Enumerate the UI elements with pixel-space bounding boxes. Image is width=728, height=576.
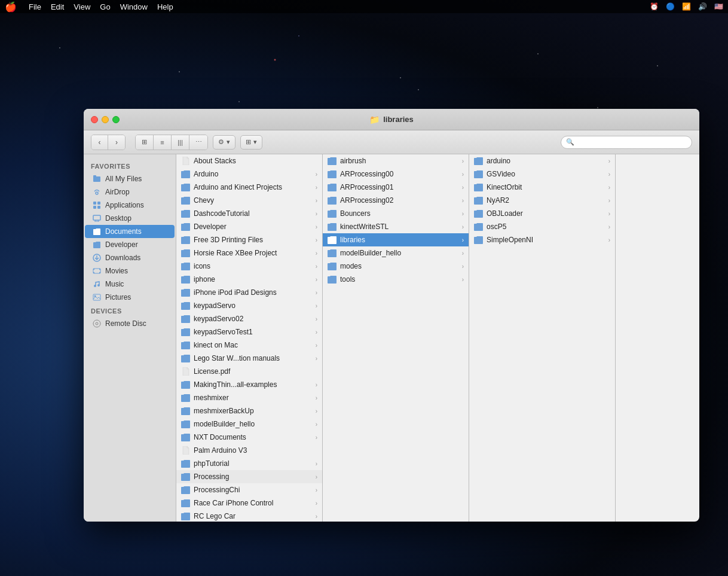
list-item[interactable]: RC Lego Car› [176, 510, 322, 522]
list-item[interactable]: OBJLoader› [469, 207, 615, 220]
list-item[interactable]: Lego Star W...tion manuals› [176, 352, 322, 365]
list-view-button[interactable]: ≡ [154, 135, 172, 150]
folder-icon [181, 340, 191, 350]
sidebar-item-airdrop[interactable]: AirDrop [85, 185, 175, 199]
list-item[interactable]: iPhone iPod iPad Designs› [176, 286, 322, 299]
list-item[interactable]: kinectWriteSTL› [323, 220, 469, 233]
svg-rect-16 [93, 272, 94, 273]
search-input[interactable] [577, 138, 687, 147]
list-item[interactable]: phpTutorial› [176, 457, 322, 470]
item-label: keypadServoTest1 [194, 328, 316, 336]
svg-point-19 [97, 284, 100, 287]
list-item[interactable]: MakingThin...all-examples› [176, 378, 322, 391]
list-item[interactable]: SimpleOpenNI› [469, 233, 615, 246]
chevron-right-icon: › [316, 395, 317, 401]
list-item[interactable]: iphone› [176, 273, 322, 286]
list-item[interactable]: libraries› [323, 233, 469, 246]
maximize-button[interactable] [112, 116, 120, 123]
action-button[interactable]: ⚙ ▾ [213, 135, 235, 150]
chevron-right-icon: › [316, 487, 317, 493]
sidebar-item-applications[interactable]: Applications [85, 199, 175, 212]
icon-view-button[interactable]: ⊞ [136, 135, 154, 150]
list-item[interactable]: Arduino› [176, 167, 322, 181]
sidebar-item-pictures[interactable]: Pictures [85, 291, 175, 304]
sidebar-item-music[interactable]: Music [85, 278, 175, 291]
list-item[interactable]: Arduino and Kinect Projects› [176, 181, 322, 194]
list-item[interactable]: DashcodeTutorial› [176, 207, 322, 220]
folder-icon [181, 393, 191, 403]
chevron-right-icon: › [608, 211, 610, 217]
sidebar-item-documents[interactable]: Documents [85, 225, 175, 238]
sidebar-item-desktop[interactable]: Desktop [85, 212, 175, 225]
menu-window[interactable]: Window [120, 2, 148, 11]
list-item[interactable]: Palm Arduino V3 [176, 444, 322, 457]
menu-view[interactable]: View [74, 2, 90, 11]
list-item[interactable]: NyAR2› [469, 194, 615, 207]
item-label: iPhone iPod iPad Designs [194, 288, 316, 297]
list-item[interactable]: KinectOrbit› [469, 181, 615, 194]
item-label: icons [194, 262, 316, 270]
list-item[interactable]: keypadServo› [176, 299, 322, 312]
menu-edit[interactable]: Edit [51, 2, 64, 11]
chevron-right-icon: › [316, 250, 317, 257]
chevron-right-icon: › [462, 171, 464, 178]
search-box[interactable]: 🔍 [561, 136, 692, 149]
folder-icon [474, 209, 484, 218]
list-item[interactable]: oscP5› [469, 220, 615, 233]
list-item[interactable]: NXT Documents› [176, 431, 322, 444]
list-item[interactable]: meshmixer› [176, 391, 322, 404]
sidebar-item-all-my-files[interactable]: All My Files [85, 172, 175, 185]
forward-button[interactable]: › [108, 135, 125, 150]
list-item[interactable]: Processing› [176, 470, 322, 483]
list-item[interactable]: ARProcessing00› [323, 167, 469, 181]
sidebar-item-downloads[interactable]: Downloads [85, 251, 175, 264]
item-label: Bouncers [340, 209, 462, 218]
list-item[interactable]: keypadServo02› [176, 312, 322, 325]
column-1: About Stacks Arduino› Arduino and Kinect… [176, 154, 323, 522]
list-item[interactable]: Free 3D Printing Files› [176, 233, 322, 246]
sidebar-item-developer[interactable]: Developer [85, 238, 175, 251]
list-item[interactable]: ARProcessing02› [323, 194, 469, 207]
chevron-right-icon: › [462, 184, 464, 191]
item-label: RC Lego Car [194, 512, 316, 520]
list-item[interactable]: modelBuilder_hello› [323, 246, 469, 260]
list-item[interactable]: modelBuilder_hello› [176, 417, 322, 431]
list-item[interactable]: tools› [323, 273, 469, 286]
list-item[interactable]: Developer› [176, 220, 322, 233]
item-label: Developer [194, 223, 316, 231]
svg-point-2 [96, 192, 98, 194]
list-item[interactable]: meshmixerBackUp› [176, 404, 322, 417]
coverflow-view-button[interactable]: ⋯ [189, 135, 207, 150]
list-item[interactable]: About Stacks [176, 154, 322, 167]
close-button[interactable] [91, 116, 98, 123]
list-item[interactable]: ARProcessing01› [323, 181, 469, 194]
minimize-button[interactable] [102, 116, 109, 123]
list-item[interactable]: License.pdf [176, 365, 322, 378]
item-label: Race Car iPhone Control [194, 499, 316, 507]
list-item[interactable]: airbrush› [323, 154, 469, 167]
list-item[interactable]: Horsie Race XBee Project› [176, 246, 322, 260]
column-view-button[interactable]: ||| [172, 135, 189, 150]
column-4 [616, 154, 699, 522]
list-item[interactable]: arduino› [469, 154, 615, 167]
apple-menu[interactable]: 🍎 [5, 1, 17, 13]
list-item[interactable]: GSVideo› [469, 167, 615, 181]
item-label: Processing [194, 473, 316, 481]
list-item[interactable]: Chevy› [176, 194, 322, 207]
list-item[interactable]: kinect on Mac› [176, 339, 322, 352]
list-item[interactable]: keypadServoTest1› [176, 325, 322, 339]
menu-go[interactable]: Go [100, 2, 110, 11]
back-button[interactable]: ‹ [91, 135, 108, 150]
list-item[interactable]: Bouncers› [323, 207, 469, 220]
sidebar-item-movies[interactable]: Movies [85, 264, 175, 278]
chevron-right-icon: › [316, 316, 317, 322]
list-item[interactable]: ProcessingChi› [176, 483, 322, 496]
menu-file[interactable]: File [29, 2, 41, 11]
sidebar-item-remote-disc[interactable]: Remote Disc [85, 317, 175, 330]
list-item[interactable]: modes› [323, 260, 469, 273]
menu-help[interactable]: Help [157, 2, 173, 11]
list-item[interactable]: Race Car iPhone Control› [176, 496, 322, 510]
list-item[interactable]: icons› [176, 260, 322, 273]
toolbar: ‹ › ⊞ ≡ ||| ⋯ ⚙ ▾ ⊞ ▾ 🔍 [84, 130, 699, 154]
arrange-button[interactable]: ⊞ ▾ [240, 135, 262, 150]
